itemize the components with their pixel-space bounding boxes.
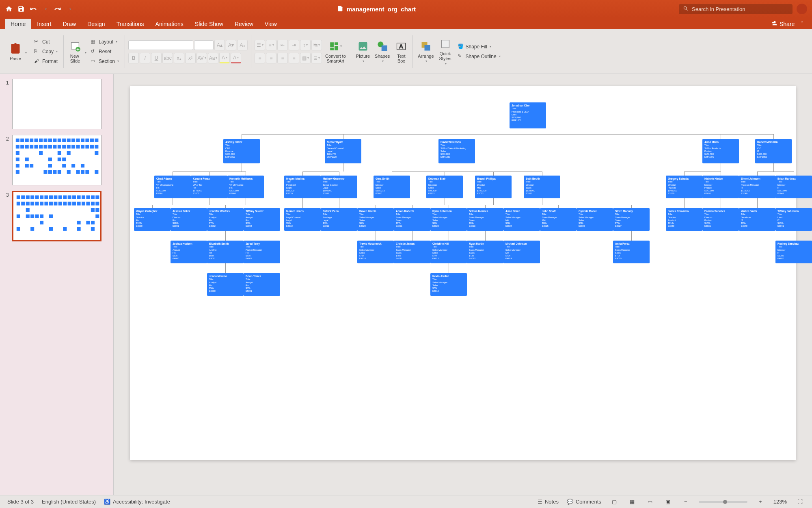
notes-button[interactable]: ☰Notes	[538, 499, 559, 505]
org-node[interactable]: Raven GarciaTitle:Sales ManagerSales$85k…	[357, 208, 394, 231]
slideshow-view-button[interactable]: ▣	[663, 497, 673, 507]
save-icon[interactable]	[17, 5, 25, 13]
format-painter-button[interactable]: 🖌Format	[32, 57, 60, 66]
font-family-select[interactable]	[128, 40, 193, 50]
tab-transitions[interactable]: Transitions	[111, 19, 150, 29]
align-center-button[interactable]: ≡	[266, 53, 276, 63]
columns-button[interactable]: ▥	[300, 53, 311, 63]
org-node[interactable]: Megan MedinaTitle:ParalegalLegal$85,000E…	[284, 176, 321, 198]
org-node[interactable]: Steve MooneyTitle:Sales ManagerSales$79k…	[613, 208, 650, 231]
tab-animations[interactable]: Animations	[150, 19, 189, 29]
org-node[interactable]: Chad AdamsTitle:VP of AccountingFin$180,…	[154, 176, 191, 198]
org-node[interactable]: Travis MccormickTitle:Sales ManagerSales…	[357, 241, 394, 263]
align-text-button[interactable]: ⊟	[311, 53, 322, 63]
org-node[interactable]: Ryan MartinTitle:Sales ManagerSales$73kE…	[467, 241, 503, 263]
font-color-button[interactable]: A	[231, 53, 241, 63]
org-node[interactable]: Gregory EstradaTitle:DirectorProduct$145…	[666, 176, 702, 198]
undo-icon[interactable]	[29, 5, 37, 13]
reading-view-button[interactable]: ▭	[645, 497, 655, 507]
tab-view[interactable]: View	[259, 19, 283, 29]
org-node[interactable]: Elizabeth SmithTitle:AnalystFin$58kE4001	[207, 241, 244, 263]
org-node[interactable]: Anna OlsenTitle:Sales ManagerMkt$82kE302…	[503, 208, 540, 231]
language-status[interactable]: English (United States)	[42, 499, 96, 505]
bullets-button[interactable]: ☰	[255, 40, 265, 50]
canvas-area[interactable]: Jonathan ClayTitle:President & CEOExec$2…	[114, 74, 812, 495]
char-spacing-button[interactable]: AV	[197, 53, 207, 63]
fit-to-window-button[interactable]: ⛶	[795, 497, 805, 507]
font-size-select[interactable]	[194, 40, 214, 50]
org-node[interactable]: Selena MoralesTitle:Sales ManagerSales$8…	[467, 208, 503, 231]
underline-button[interactable]: U	[151, 53, 162, 63]
chevron-up-icon[interactable]: ˆ	[801, 21, 803, 27]
org-node[interactable]: Anita PerezTitle:Sales ManagerSales$71kE…	[613, 241, 650, 263]
slide-thumbnail-3[interactable]	[12, 191, 102, 241]
paste-button[interactable]: Paste	[7, 41, 24, 63]
org-node[interactable]: Brian MartinezTitle:DirectorIT$132,000E2…	[775, 176, 812, 198]
paste-dropdown-icon[interactable]	[24, 48, 27, 55]
org-node[interactable]: Anna MannTitle:SVP of ProductsProduct$18…	[702, 139, 739, 163]
tab-home[interactable]: Home	[5, 19, 31, 29]
slide-thumbnail-2[interactable]	[12, 135, 102, 185]
org-node[interactable]: Kevin JordanTitle:Sales ManagerSales$70k…	[430, 273, 467, 296]
shapes-button[interactable]: Shapes	[373, 38, 391, 65]
line-spacing-button[interactable]: ↕	[300, 40, 311, 50]
org-node[interactable]: Rodney SanchezTitle:DirectorIT$105kE4020	[775, 241, 812, 263]
clear-formatting-button[interactable]: Aₓ	[237, 40, 248, 50]
change-case-button[interactable]: Aa	[208, 53, 218, 63]
tab-slideshow[interactable]: Slide Show	[189, 19, 229, 29]
org-node[interactable]: Nichole HintonTitle:DirectorProduct$142,…	[702, 176, 739, 198]
home-icon[interactable]	[5, 5, 13, 13]
org-node[interactable]: Michael JohnsonTitle:Sales ManagerMkt$72…	[503, 241, 540, 263]
org-node[interactable]: Tiffany SuarezTitle:AnalystFin$68kE3003	[244, 208, 280, 231]
zoom-out-button[interactable]: −	[681, 497, 691, 507]
tab-review[interactable]: Review	[229, 19, 259, 29]
shape-outline-button[interactable]: ✎Shape Outline	[455, 52, 503, 61]
org-node[interactable]: Jared TerryTitle:Project ManagerFin$70kE…	[244, 241, 280, 263]
slide-counter[interactable]: Slide 3 of 3	[7, 499, 34, 505]
slide-canvas[interactable]: Jonathan ClayTitle:President & CEOExec$2…	[130, 86, 796, 460]
org-node[interactable]: Kendra PerezTitle:VP of TaxFin$175,000E2…	[191, 176, 227, 198]
org-node[interactable]: Christine HillTitle:Sales ManagerSales$7…	[430, 241, 467, 263]
quick-styles-button[interactable]: Quick Styles	[437, 36, 454, 67]
normal-view-button[interactable]: ▢	[609, 497, 619, 507]
slide-panel[interactable]: 1 2 3	[0, 74, 114, 495]
increase-indent-button[interactable]: ⇥	[289, 40, 299, 50]
org-node[interactable]: Jonathan ClayTitle:President & CEOExec$2…	[510, 102, 546, 128]
org-node[interactable]: Mathew GuerreroTitle:Senior CounselLegal…	[321, 176, 357, 198]
share-button[interactable]: Share ˆ	[767, 18, 807, 29]
org-node[interactable]: Cynthia MooreTitle:Sales ManagerSales$81…	[577, 208, 613, 231]
align-right-button[interactable]: ≡	[277, 53, 288, 63]
org-node[interactable]: Jessica BakerTitle:DirectorFin$118kE3001	[171, 208, 207, 231]
org-node[interactable]: Ryan RobinsonTitle:Sales ManagerSales$84…	[430, 208, 467, 231]
tab-draw[interactable]: Draw	[57, 19, 82, 29]
zoom-slider[interactable]	[699, 501, 747, 503]
new-slide-dropdown-icon[interactable]	[84, 48, 86, 55]
superscript-button[interactable]: x²	[185, 53, 196, 63]
org-node[interactable]: Kenneth MatthewsTitle:VP of FinanceFin$2…	[227, 176, 264, 198]
picture-button[interactable]: Picture	[354, 38, 371, 65]
user-avatar-icon[interactable]	[797, 4, 807, 14]
org-node[interactable]: Brandi PhillipaTitle:DirectorMkt$140,000…	[475, 176, 512, 198]
tab-insert[interactable]: Insert	[31, 19, 57, 29]
search-input[interactable]: Search in Presentation	[679, 4, 793, 14]
org-node[interactable]: Walter SmithTitle:DeveloperIT$95kE3040	[739, 208, 775, 231]
org-node[interactable]: Gina SmithTitle:DirectorSales$135,210E20…	[374, 176, 410, 198]
qat-customize-icon[interactable]	[66, 5, 74, 13]
org-node[interactable]: Joshua HudsonTitle:AnalystFin$60kE4000	[171, 241, 207, 263]
org-node[interactable]: James CamachoTitle:DirectorProduct$110kE…	[666, 208, 702, 231]
org-node[interactable]: Aaron RobertsTitle:Sales ManagerSales$87…	[394, 208, 430, 231]
org-node[interactable]: Jennifer WintersTitle:AnalystFin$72kE300…	[207, 208, 244, 231]
text-direction-button[interactable]: ↹	[311, 40, 322, 50]
org-node[interactable]: Wayne GallagherTitle:DirectorFin$120kE30…	[134, 208, 171, 231]
org-node[interactable]: Pamela SanchezTitle:DirectorProduct$108k…	[702, 208, 739, 231]
org-node[interactable]: Patrick PenaTitle:ParalegalLegal$62kE301…	[321, 208, 357, 231]
section-button[interactable]: ▭Section	[88, 57, 121, 66]
numbering-button[interactable]: ≡	[266, 40, 276, 50]
align-left-button[interactable]: ≡	[255, 53, 265, 63]
org-node[interactable]: Robert McmillanTitle:CIOIT$400,000EMP105…	[755, 139, 792, 163]
justify-button[interactable]: ≡	[289, 53, 299, 63]
slide-thumbnail-1[interactable]	[12, 79, 102, 129]
copy-button[interactable]: ⎘Copy	[32, 47, 60, 56]
sorter-view-button[interactable]: ▦	[627, 497, 637, 507]
org-node[interactable]: Tiffany JohnstonTitle:LeadIT$100kE3041	[775, 208, 812, 231]
